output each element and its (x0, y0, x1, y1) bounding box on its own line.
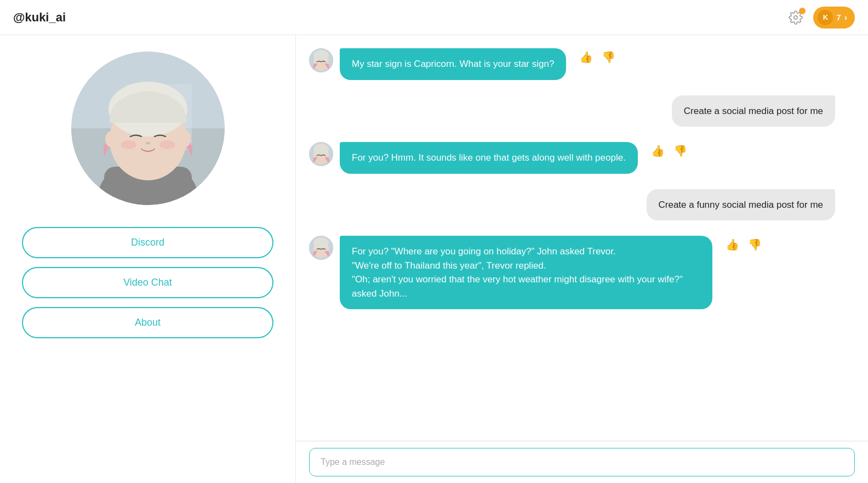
chat-input[interactable] (309, 448, 855, 476)
thumbdown-button[interactable]: 👎 (599, 48, 618, 66)
bot-bubble: My star sign is Capricorn. What is your … (340, 48, 566, 80)
message-actions: 👍 👎 (723, 236, 764, 253)
message-row: Create a funny social media post for me (309, 189, 835, 221)
message-row: Create a social media post for me (309, 95, 835, 127)
svg-point-0 (794, 15, 798, 19)
bot-avatar-small (309, 236, 333, 260)
user-badge[interactable]: K 7 › (813, 7, 855, 29)
thumbup-button[interactable]: 👍 (577, 48, 595, 66)
about-button[interactable]: About (22, 307, 273, 338)
message-row: For you? "Where are you going on holiday… (309, 236, 835, 309)
avatar-image (71, 52, 225, 205)
video-chat-button[interactable]: Video Chat (22, 267, 273, 298)
message-row: For you? Hmm. It sounds like one that ge… (309, 142, 835, 174)
chat-area: My star sign is Capricorn. What is your … (296, 35, 868, 483)
chat-messages: My star sign is Capricorn. What is your … (296, 35, 868, 441)
header: @kuki_ai K 7 › (0, 0, 868, 35)
svg-point-12 (121, 140, 136, 149)
notification-dot (799, 8, 806, 14)
header-right: K 7 › (785, 7, 855, 29)
svg-point-13 (159, 140, 175, 149)
sidebar: Discord Video Chat About (0, 35, 296, 483)
bot-avatar-small (309, 48, 333, 72)
settings-button[interactable] (785, 7, 807, 29)
main-content: Discord Video Chat About (0, 35, 868, 483)
thumbdown-button[interactable]: 👎 (671, 142, 689, 160)
thumbup-button[interactable]: 👍 (723, 236, 741, 253)
thumbup-button[interactable]: 👍 (649, 142, 667, 160)
bot-avatar-small (309, 142, 333, 166)
chevron-right-icon: › (844, 13, 847, 22)
message-actions: 👍 👎 (649, 142, 689, 160)
thumbdown-button[interactable]: 👎 (746, 236, 764, 253)
bot-bubble: For you? Hmm. It sounds like one that ge… (340, 142, 638, 174)
user-count: 7 (836, 13, 841, 22)
user-bubble: Create a social media post for me (672, 95, 835, 127)
bot-avatar-large (71, 52, 225, 205)
discord-button[interactable]: Discord (22, 227, 273, 258)
svg-point-9 (105, 132, 116, 147)
chat-input-area (296, 441, 868, 483)
svg-point-11 (171, 129, 191, 144)
message-actions: 👍 👎 (577, 48, 618, 66)
sidebar-buttons: Discord Video Chat About (22, 227, 273, 338)
app-title: @kuki_ai (13, 10, 66, 25)
message-row: My star sign is Capricorn. What is your … (309, 48, 835, 80)
user-bubble: Create a funny social media post for me (647, 189, 835, 221)
avatar: K (818, 10, 833, 25)
bot-bubble: For you? "Where are you going on holiday… (340, 236, 712, 309)
